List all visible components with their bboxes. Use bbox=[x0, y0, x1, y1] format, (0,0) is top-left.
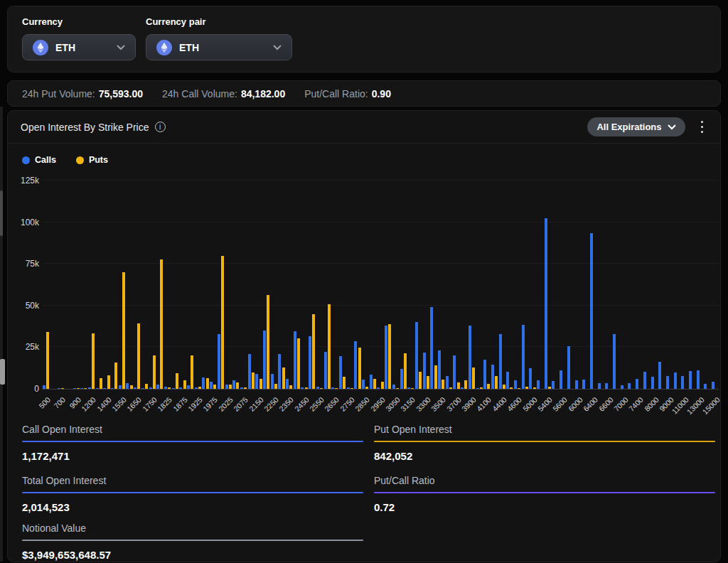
put-bar bbox=[503, 385, 505, 389]
call-open-interest-label: Call Open Interest bbox=[22, 424, 363, 441]
put-bar bbox=[533, 387, 536, 389]
put-bar bbox=[396, 388, 399, 390]
put-bar bbox=[457, 382, 460, 389]
put-call-ratio-value: 0.90 bbox=[372, 88, 391, 100]
call-bar bbox=[552, 381, 555, 389]
call-bar bbox=[96, 388, 99, 390]
call-bar bbox=[491, 365, 494, 389]
call-bar bbox=[582, 380, 585, 389]
put-bar bbox=[312, 314, 315, 389]
call-bar bbox=[156, 385, 159, 389]
info-icon[interactable]: i bbox=[155, 122, 166, 132]
y-tick-label: 0 bbox=[8, 384, 39, 394]
call-bar bbox=[385, 326, 387, 389]
y-tick-label: 50k bbox=[8, 301, 39, 311]
call-bar bbox=[681, 376, 684, 389]
call-bar bbox=[271, 374, 274, 389]
x-tick-label: 500 bbox=[37, 395, 52, 410]
call-bar bbox=[134, 387, 136, 389]
total-open-interest-label: Total Open Interest bbox=[22, 475, 363, 492]
call-bar bbox=[263, 331, 266, 389]
put-bar bbox=[122, 272, 125, 389]
call-bar bbox=[202, 377, 205, 389]
call-bar bbox=[73, 388, 76, 390]
put-bar bbox=[84, 388, 87, 390]
put-bar bbox=[92, 333, 95, 390]
call-bar bbox=[621, 385, 623, 389]
call-bar bbox=[111, 388, 114, 390]
call-bar bbox=[499, 334, 502, 389]
put-bar bbox=[100, 378, 102, 389]
put-bar bbox=[373, 379, 376, 389]
put-bar bbox=[495, 376, 498, 389]
put-bar bbox=[305, 387, 308, 389]
x-tick-label: 4400 bbox=[491, 395, 508, 413]
y-tick-label: 75k bbox=[8, 259, 39, 269]
currency-dropdown[interactable]: ETH bbox=[22, 34, 136, 60]
call-volume-value: 84,182.00 bbox=[241, 88, 285, 100]
put-bar bbox=[282, 368, 285, 390]
legend-item-puts[interactable]: Puts bbox=[76, 155, 108, 165]
put-bar bbox=[381, 382, 384, 389]
more-options-icon[interactable] bbox=[697, 118, 708, 136]
put-bar bbox=[168, 387, 171, 389]
x-tick-label: 4600 bbox=[505, 395, 523, 413]
scroll-indicator[interactable] bbox=[0, 359, 5, 385]
x-tick-label: 1200 bbox=[80, 395, 97, 413]
put-bar bbox=[252, 372, 255, 389]
put-bar bbox=[404, 353, 407, 389]
put-bar bbox=[183, 380, 186, 389]
put-bar bbox=[77, 388, 80, 390]
call-bar bbox=[575, 380, 578, 389]
call-bar bbox=[697, 370, 700, 389]
put-bar bbox=[411, 388, 414, 390]
chart-title: Open Interest By Strike Price bbox=[21, 122, 149, 133]
put-bar bbox=[487, 384, 490, 389]
chevron-down-icon bbox=[668, 124, 676, 130]
call-bar bbox=[354, 341, 357, 389]
x-tick-label: 1750 bbox=[141, 395, 159, 413]
call-bar bbox=[187, 385, 190, 389]
put-bar bbox=[107, 375, 110, 389]
call-bar bbox=[324, 352, 327, 389]
currency-pair-label: Currency pair bbox=[146, 16, 292, 27]
y-tick-label: 125k bbox=[8, 176, 39, 186]
call-bar bbox=[514, 380, 517, 389]
put-call-ratio-oi-value: 0.72 bbox=[374, 501, 715, 513]
x-tick-label: 8000 bbox=[643, 395, 660, 413]
call-bar bbox=[232, 380, 235, 389]
call-bar bbox=[195, 387, 198, 389]
puts-legend-label: Puts bbox=[89, 155, 108, 165]
x-tick-label: 2550 bbox=[308, 395, 326, 413]
call-bar bbox=[141, 388, 144, 390]
accent-divider bbox=[22, 441, 363, 442]
put-bar bbox=[548, 387, 551, 390]
call-bar bbox=[218, 334, 220, 389]
put-bar bbox=[335, 388, 338, 390]
put-bar bbox=[518, 388, 520, 390]
call-volume-stat: 24h Call Volume:84,182.00 bbox=[162, 87, 285, 100]
x-tick-label: 13000 bbox=[685, 395, 706, 416]
x-tick-label: 1925 bbox=[186, 395, 204, 413]
currency-value: ETH bbox=[55, 42, 109, 53]
put-bar bbox=[221, 256, 224, 389]
call-bar bbox=[430, 307, 433, 389]
legend-item-calls[interactable]: Calls bbox=[22, 155, 56, 165]
x-tick-label: 3500 bbox=[429, 395, 447, 413]
put-bar bbox=[297, 338, 300, 390]
expirations-dropdown-button[interactable]: All Expirations bbox=[587, 117, 685, 136]
put-volume-stat: 24h Put Volume:75,593.00 bbox=[22, 87, 143, 100]
open-interest-summary: Call Open Interest 1,172,471 Put Open In… bbox=[22, 424, 707, 559]
currency-pair-dropdown[interactable]: ETH bbox=[146, 34, 292, 60]
call-bar bbox=[453, 355, 456, 389]
left-scrollbar-thumb[interactable] bbox=[0, 191, 3, 236]
currency-pair-filter: Currency pair ETH bbox=[146, 16, 292, 60]
put-bar bbox=[434, 365, 437, 389]
call-bar bbox=[522, 325, 525, 389]
calls-legend-label: Calls bbox=[35, 155, 56, 165]
call-volume-label: 24h Call Volume: bbox=[162, 88, 237, 100]
x-tick-label: 5400 bbox=[536, 395, 554, 413]
call-bar bbox=[370, 375, 373, 389]
call-bar bbox=[438, 350, 441, 389]
x-tick-label: 2350 bbox=[277, 395, 295, 413]
